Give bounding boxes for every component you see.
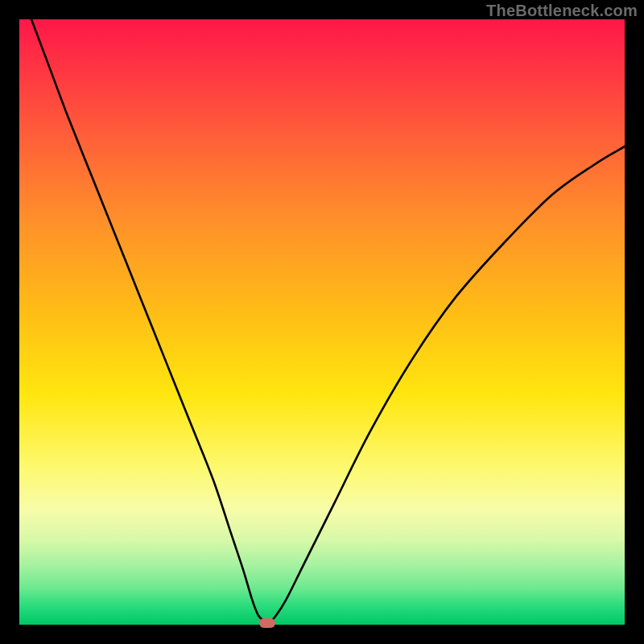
min-marker bbox=[259, 618, 275, 628]
curve-svg bbox=[19, 19, 625, 625]
bottleneck-curve-path bbox=[31, 19, 625, 623]
chart-frame: TheBottleneck.com bbox=[0, 0, 644, 644]
plot-area bbox=[19, 19, 625, 625]
watermark-text: TheBottleneck.com bbox=[486, 2, 638, 20]
